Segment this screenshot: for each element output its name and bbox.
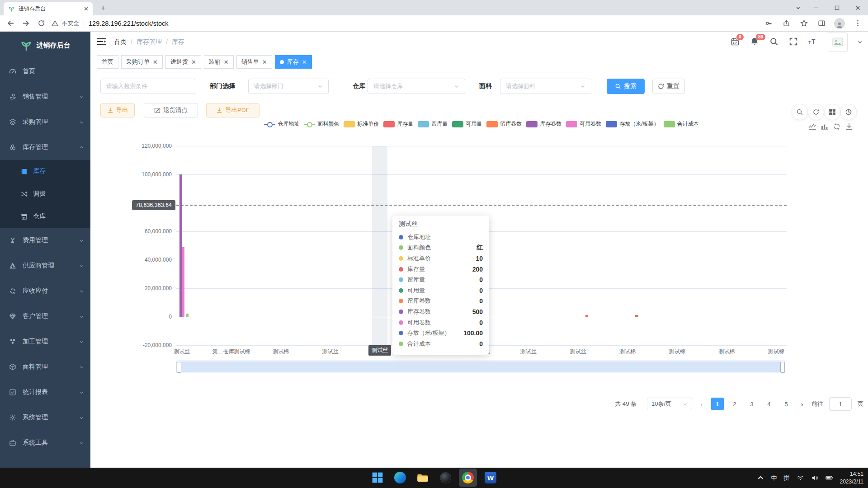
share-icon[interactable] bbox=[781, 17, 791, 30]
legend-item-2[interactable]: 标准单价 bbox=[344, 120, 379, 128]
sidebar-item-expense[interactable]: 费用管理 bbox=[0, 228, 90, 253]
tag-close-icon[interactable]: ✕ bbox=[191, 59, 196, 66]
tag-close-icon[interactable]: ✕ bbox=[262, 59, 267, 66]
forward-icon[interactable] bbox=[18, 17, 33, 30]
sidebar-item-customer[interactable]: 客户管理 bbox=[0, 304, 90, 329]
password-key-icon[interactable] bbox=[764, 17, 774, 30]
tab-search-chevron-icon[interactable] bbox=[790, 0, 806, 15]
tag-close-icon[interactable]: ✕ bbox=[302, 59, 307, 66]
font-size-icon[interactable]: TT bbox=[808, 37, 818, 47]
security-chip[interactable]: 不安全 bbox=[52, 19, 79, 28]
breadcrumb-inventory-mgmt[interactable]: 库存管理 bbox=[137, 38, 162, 46]
sidebar-item-system[interactable]: 系统管理 bbox=[0, 405, 90, 430]
bookmark-star-icon[interactable] bbox=[799, 17, 809, 30]
export-pdf-button[interactable]: 导出PDF bbox=[206, 103, 259, 117]
tag-close-icon[interactable]: ✕ bbox=[224, 59, 229, 66]
browser-tab[interactable]: 进销存后台 ✕ bbox=[4, 2, 93, 15]
fullscreen-icon[interactable] bbox=[789, 37, 799, 47]
maximize-button[interactable] bbox=[826, 0, 847, 15]
sidebar-item-fabric[interactable]: 面料管理 bbox=[0, 354, 90, 380]
dept-select[interactable]: 请选择部门 bbox=[248, 79, 329, 94]
wifi-icon[interactable] bbox=[797, 474, 804, 482]
tag-stock[interactable]: 库存✕ bbox=[275, 55, 312, 69]
restore-icon[interactable] bbox=[833, 122, 841, 131]
taskbar-app-explorer[interactable] bbox=[414, 469, 432, 487]
sidebar-item-inventory[interactable]: 库存管理 bbox=[0, 135, 90, 160]
sidebar-item-stock[interactable]: 库存 bbox=[0, 160, 90, 183]
back-icon[interactable] bbox=[3, 17, 18, 30]
page-button-5[interactable]: 5 bbox=[780, 398, 793, 410]
sidebar-item-processing[interactable]: 加工管理 bbox=[0, 329, 90, 354]
keyword-search-input[interactable]: 请输入检索条件 bbox=[100, 79, 195, 94]
sidebar-item-transfer[interactable]: 调拨 bbox=[0, 183, 90, 205]
refresh-button[interactable] bbox=[808, 104, 824, 120]
minimize-button[interactable] bbox=[806, 0, 826, 15]
sidebar-item-tools[interactable]: 系统工具 bbox=[0, 430, 90, 455]
taskbar-clock[interactable]: 14:51 2023/2/11 bbox=[840, 470, 864, 485]
datazoom-slider[interactable] bbox=[176, 361, 785, 373]
reload-icon[interactable] bbox=[33, 17, 49, 30]
tag-purchase-order[interactable]: 采购订单✕ bbox=[121, 55, 163, 69]
warehouse-select[interactable]: 请选择仓库 bbox=[368, 79, 465, 94]
legend-item-9[interactable]: 存放（米/板架） bbox=[606, 120, 659, 128]
breadcrumb-home[interactable]: 首页 bbox=[114, 38, 127, 46]
return-check-button[interactable]: 退货清点 bbox=[144, 103, 198, 117]
legend-item-10[interactable]: 合计成本 bbox=[664, 120, 699, 128]
page-size-select[interactable]: 10条/页 bbox=[647, 398, 692, 410]
taskbar-app-dark-app[interactable] bbox=[436, 469, 454, 487]
bar-chart-icon[interactable] bbox=[821, 122, 829, 131]
legend-item-0[interactable]: 仓库地址 bbox=[264, 120, 299, 128]
url-text[interactable]: 129.28.196.221/stock/stock bbox=[89, 20, 169, 27]
new-tab-button[interactable]: + bbox=[98, 3, 108, 14]
legend-item-5[interactable]: 可用量 bbox=[452, 120, 482, 128]
taskbar-app-word[interactable]: W bbox=[481, 469, 500, 487]
menu-dots-icon[interactable] bbox=[853, 17, 863, 30]
line-chart-icon[interactable] bbox=[808, 122, 816, 131]
legend-item-3[interactable]: 库存量 bbox=[383, 120, 413, 128]
tag-return-goods[interactable]: 进退货✕ bbox=[165, 55, 201, 69]
grid-button[interactable] bbox=[824, 104, 840, 120]
calendar-icon[interactable]: 0 bbox=[731, 37, 741, 47]
prev-page-button[interactable]: ‹ bbox=[698, 400, 705, 408]
download-icon[interactable] bbox=[845, 122, 853, 131]
taskbar-app-start[interactable] bbox=[368, 469, 387, 487]
tag-packing[interactable]: 装箱✕ bbox=[204, 55, 234, 69]
search-button[interactable]: 搜索 bbox=[607, 79, 645, 94]
tab-close-icon[interactable]: ✕ bbox=[84, 5, 89, 12]
page-button-3[interactable]: 3 bbox=[745, 398, 758, 410]
goto-page-input[interactable]: 1 bbox=[829, 397, 852, 411]
sidebar-item-purchase[interactable]: 采购管理 bbox=[0, 109, 90, 135]
legend-item-1[interactable]: 面料颜色 bbox=[304, 120, 339, 128]
page-button-4[interactable]: 4 bbox=[763, 398, 775, 410]
ime-language[interactable]: 中 bbox=[771, 474, 777, 482]
tag-sales-order[interactable]: 销售单✕ bbox=[236, 55, 272, 69]
legend-item-4[interactable]: 留库量 bbox=[418, 120, 448, 128]
page-button-2[interactable]: 2 bbox=[728, 398, 741, 410]
sidebar-item-sales[interactable]: 销售管理 bbox=[0, 84, 90, 109]
hamburger-icon[interactable] bbox=[97, 38, 106, 46]
datazoom-left-handle[interactable] bbox=[177, 362, 181, 373]
export-button[interactable]: 导出 bbox=[100, 103, 135, 117]
sidebar-item-warehouse[interactable]: 仓库 bbox=[0, 205, 90, 228]
search-button[interactable] bbox=[792, 104, 808, 120]
taskbar-app-chrome[interactable] bbox=[459, 469, 477, 487]
battery-icon[interactable] bbox=[826, 474, 833, 482]
avatar-dropdown-chevron-icon[interactable] bbox=[857, 39, 863, 45]
legend-item-7[interactable]: 库存卷数 bbox=[526, 120, 561, 128]
fabric-select[interactable]: 请选择面料 bbox=[500, 79, 591, 94]
header-search-icon[interactable] bbox=[769, 37, 779, 47]
close-window-button[interactable] bbox=[847, 0, 868, 15]
volume-icon[interactable] bbox=[811, 474, 819, 482]
side-panel-icon[interactable] bbox=[816, 17, 826, 30]
sidebar-item-report[interactable]: 统计报表 bbox=[0, 380, 90, 405]
profile-avatar-icon[interactable] bbox=[834, 18, 845, 29]
sidebar-item-home[interactable]: 首页 bbox=[0, 59, 90, 84]
next-page-button[interactable]: › bbox=[798, 400, 806, 408]
pie-button[interactable] bbox=[840, 104, 857, 120]
tag-close-icon[interactable]: ✕ bbox=[153, 59, 158, 66]
page-button-1[interactable]: 1 bbox=[711, 398, 724, 410]
tray-caret-icon[interactable] bbox=[757, 474, 764, 482]
tag-home[interactable]: 首页 bbox=[97, 55, 118, 69]
legend-item-6[interactable]: 留库卷数 bbox=[486, 120, 522, 128]
ime-mode[interactable]: 拼 bbox=[784, 474, 790, 482]
